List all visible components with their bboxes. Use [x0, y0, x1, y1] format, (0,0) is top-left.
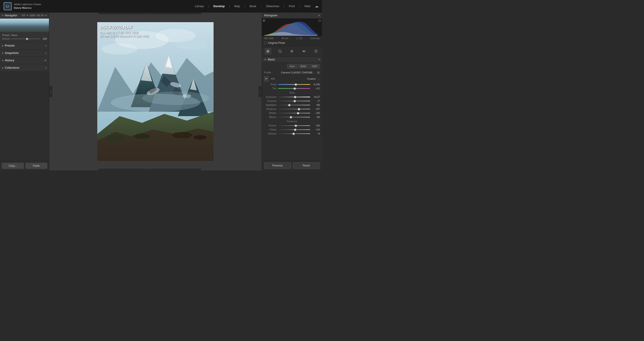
- bw-button[interactable]: B&W: [298, 64, 308, 69]
- temp-thumb: [295, 84, 297, 86]
- histogram-meta: ISO 1000 80 mm ƒ / 10 1/110 sec: [262, 36, 322, 41]
- profile-grid-icon[interactable]: ⊞: [317, 71, 320, 74]
- tone-divider: Tone: [262, 90, 322, 95]
- tool-redeye[interactable]: [300, 48, 307, 55]
- basic-controls-row: Auto B&W HDR: [262, 63, 322, 70]
- photo-exposure-info: ¹⁄₁₁₀ sec at ƒ / 10, ISO 1000: [100, 31, 149, 35]
- wb-dropdown-icon[interactable]: ⌄: [318, 78, 320, 80]
- navigator-preview: [0, 19, 49, 32]
- highlights-slider[interactable]: [278, 105, 310, 105]
- tool-healing[interactable]: [288, 48, 295, 55]
- histogram-corner-tl[interactable]: ◤: [263, 19, 266, 22]
- histogram-canvas: ◤: [262, 18, 322, 36]
- basic-collapse-arrow[interactable]: ▾: [318, 58, 320, 61]
- svg-point-3: [102, 44, 138, 55]
- navigator-title: ▶ Navigator: [2, 14, 17, 17]
- temp-slider[interactable]: [278, 84, 310, 85]
- basic-title: Basic: [268, 58, 275, 61]
- collapse-right-panel[interactable]: ›: [258, 86, 262, 97]
- highlights-slider-row: Highlights −69: [262, 103, 322, 107]
- hdr-button[interactable]: HDR: [310, 64, 320, 69]
- blacks-slider[interactable]: [278, 117, 310, 118]
- highlights-thumb: [288, 104, 290, 106]
- dehaze-label: Dehaze: [264, 132, 276, 135]
- eye-icon[interactable]: 👁: [264, 58, 266, 61]
- contrast-slider[interactable]: [278, 101, 310, 101]
- tool-crop[interactable]: [276, 48, 283, 55]
- original-photo-checkbox[interactable]: [264, 42, 267, 44]
- snapshots-triangle: ▶: [2, 52, 4, 54]
- histogram-arrow[interactable]: ▾: [318, 14, 320, 17]
- texture-value: +20: [312, 124, 320, 127]
- tool-effects[interactable]: [312, 48, 319, 55]
- snapshots-add[interactable]: +: [45, 51, 47, 55]
- photo-container: DSCF9270.RAF ¹⁄₁₁₀ sec at ƒ / 10, ISO 10…: [97, 22, 214, 161]
- shadows-value: +57: [312, 108, 320, 110]
- exposure-label: Exposure: [264, 96, 276, 98]
- nav-library[interactable]: Library: [195, 5, 204, 8]
- paste-button[interactable]: Paste: [26, 163, 48, 169]
- svg-point-26: [194, 135, 207, 140]
- texture-slider-row: Texture +20: [262, 124, 322, 128]
- right-panel: Histogram ▾ ◤ ISO 1000: [262, 13, 322, 171]
- svg-point-25: [172, 132, 192, 138]
- top-collapse[interactable]: • • •: [98, 13, 201, 14]
- wb-value: Custom: [307, 77, 316, 80]
- histogram-title: Histogram: [264, 14, 277, 17]
- history-section: ▶ History ✕: [0, 57, 49, 64]
- previous-button[interactable]: Previous: [264, 162, 291, 169]
- main-layout: ▶ Navigator FIT ▾ 100% 66.7% ▾ Preset : …: [0, 13, 322, 171]
- history-clear[interactable]: ✕: [44, 59, 47, 62]
- auto-button[interactable]: Auto: [287, 64, 297, 69]
- navigator-triangle: ▶: [2, 15, 4, 17]
- bottom-collapse[interactable]: • • •: [98, 169, 201, 171]
- collapse-left-panel[interactable]: ‹: [49, 86, 52, 97]
- wb-eyedropper[interactable]: ✒: [264, 76, 268, 82]
- blacks-thumb: [290, 116, 292, 118]
- nav-map[interactable]: Map: [234, 5, 240, 8]
- basic-header: 👁 Basic ▾: [262, 57, 322, 63]
- preset-slider[interactable]: [11, 39, 40, 39]
- clarity-label: Clarity: [264, 128, 276, 131]
- presets-header[interactable]: ▶ Presets +: [0, 42, 49, 49]
- whites-label: Whites: [264, 112, 276, 114]
- left-panel-bottom: Copy... Paste: [0, 161, 49, 171]
- cloud-icon[interactable]: ☁: [315, 4, 318, 8]
- copy-button[interactable]: Copy...: [2, 163, 24, 169]
- nav-book[interactable]: Book: [250, 5, 256, 8]
- histogram-corner-tr[interactable]: [318, 19, 321, 22]
- snapshots-header[interactable]: ▶ Snapshots +: [0, 50, 49, 57]
- app-name: Adobe Lightroom Classic Danny Maiorca: [14, 3, 41, 10]
- texture-slider[interactable]: [278, 125, 310, 126]
- contrast-thumb: [294, 100, 296, 102]
- presets-add[interactable]: +: [45, 44, 47, 48]
- blacks-label: Blacks: [264, 116, 276, 118]
- nav-print[interactable]: Print: [289, 5, 295, 8]
- clarity-slider[interactable]: [278, 129, 310, 130]
- tint-slider[interactable]: [278, 88, 310, 89]
- tool-basic-adjustments[interactable]: [264, 48, 271, 55]
- preset-slider-thumb: [26, 38, 28, 40]
- dehaze-slider[interactable]: [278, 133, 310, 134]
- presets-section: ▶ Presets +: [0, 42, 49, 50]
- reset-button[interactable]: Reset: [293, 162, 320, 169]
- whites-slider[interactable]: [278, 113, 310, 113]
- presence-divider: Presence: [262, 119, 322, 124]
- nav-slideshow[interactable]: Slideshow: [266, 5, 279, 8]
- nav-web[interactable]: Web: [304, 5, 310, 8]
- exposure-slider[interactable]: [278, 97, 310, 97]
- collections-header[interactable]: ▶ Collections +: [0, 64, 49, 71]
- shadows-slider[interactable]: [278, 109, 310, 109]
- collections-add[interactable]: +: [45, 66, 47, 70]
- history-header[interactable]: ▶ History ✕: [0, 57, 49, 64]
- nav-controls: FIT ▾ 100% 66.7% ▾: [22, 14, 47, 17]
- clarity-slider-row: Clarity +14: [262, 128, 322, 132]
- nav-develop[interactable]: Develop: [213, 5, 225, 8]
- profile-value: Camera CLASSIC CHROME ⌄ ⊞: [281, 71, 320, 74]
- histogram-shutter: 1/110 sec: [310, 37, 320, 40]
- profile-label: Profile :: [264, 71, 272, 74]
- dehaze-thumb: [292, 133, 295, 135]
- tint-label: Tint: [264, 87, 276, 90]
- shadows-thumb: [298, 108, 300, 110]
- svg-point-4: [176, 39, 207, 50]
